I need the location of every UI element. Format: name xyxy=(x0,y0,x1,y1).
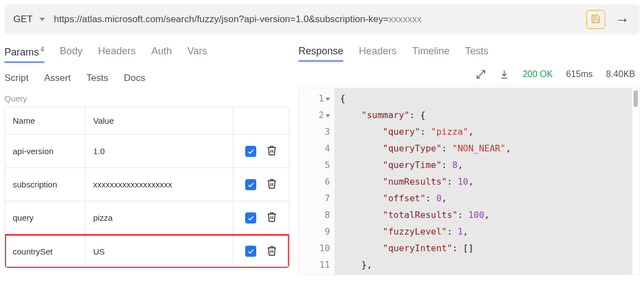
tab-params-label: Params xyxy=(4,47,39,58)
tab-headers[interactable]: Headers xyxy=(98,45,136,62)
subtab-docs[interactable]: Docs xyxy=(124,73,145,84)
response-time: 615ms xyxy=(566,69,592,79)
query-row: api-version1.0 xyxy=(5,135,289,168)
scrollbar-thumb[interactable] xyxy=(633,90,638,107)
tab-body[interactable]: Body xyxy=(60,45,83,62)
delete-button[interactable] xyxy=(266,245,277,258)
subtab-tests[interactable]: Tests xyxy=(87,73,109,84)
method-select[interactable]: GET xyxy=(10,14,48,25)
query-header-actions xyxy=(234,107,289,134)
subtab-assert[interactable]: Assert xyxy=(44,73,70,84)
download-icon[interactable] xyxy=(499,69,509,79)
query-row-actions xyxy=(234,168,289,201)
code-line: "query": "pizza", xyxy=(340,124,627,140)
line-number: 7 xyxy=(301,190,330,207)
query-row: subscriptionxxxxxxxxxxxxxxxxxxx xyxy=(5,168,289,201)
query-param-value[interactable]: US xyxy=(85,235,234,268)
save-button[interactable] xyxy=(586,10,605,29)
code-line: "fuzzyLevel": 1, xyxy=(340,223,627,240)
method-label: GET xyxy=(13,14,33,25)
code-line: { xyxy=(340,90,627,107)
line-number: 11 xyxy=(301,257,330,273)
enable-checkbox[interactable] xyxy=(245,179,256,190)
tab-vars[interactable]: Vars xyxy=(187,45,207,62)
response-tabs: Response Headers Timeline Tests xyxy=(298,39,640,64)
line-number: 8 xyxy=(301,207,330,223)
tab-resp-tests[interactable]: Tests xyxy=(465,45,488,60)
query-row-actions xyxy=(234,135,289,167)
line-number: 6 xyxy=(301,174,330,190)
fold-icon[interactable] xyxy=(326,114,330,118)
query-param-value[interactable]: 1.0 xyxy=(85,135,234,167)
code-line: "offset": 0, xyxy=(340,190,627,207)
fold-icon[interactable] xyxy=(326,98,330,101)
code-line: "queryTime": 8, xyxy=(340,157,627,174)
query-header-name: Name xyxy=(5,107,85,134)
code-view[interactable]: { "summary": { "query": "pizza", "queryT… xyxy=(334,88,632,274)
query-header-value: Value xyxy=(85,107,234,134)
tab-params[interactable]: Params4 xyxy=(4,45,44,62)
line-number[interactable]: 2 xyxy=(301,107,330,124)
query-param-name[interactable]: countrySet xyxy=(5,235,85,268)
query-row: querypizza xyxy=(5,201,289,235)
request-subtabs: Script Assert Tests Docs xyxy=(4,65,290,89)
url-bar: GET https://atlas.microsoft.com/search/f… xyxy=(4,4,640,34)
url-text: https://atlas.microsoft.com/search/fuzzy… xyxy=(54,14,389,24)
response-size: 8.40KB xyxy=(606,69,635,79)
url-input[interactable]: https://atlas.microsoft.com/search/fuzzy… xyxy=(54,14,581,25)
query-header-row: Name Value xyxy=(5,107,289,135)
query-row: countrySetUS xyxy=(5,235,289,268)
code-line: "summary": { xyxy=(340,107,627,124)
chevron-down-icon xyxy=(39,18,45,21)
enable-checkbox[interactable] xyxy=(245,146,256,157)
tab-resp-headers[interactable]: Headers xyxy=(359,45,397,60)
line-number: 3 xyxy=(301,124,330,140)
response-panel: Response Headers Timeline Tests 200 OK 6… xyxy=(294,39,644,300)
code-line: "numResults": 10, xyxy=(340,174,627,190)
response-meta-bar: 200 OK 615ms 8.40KB xyxy=(298,64,640,85)
main: Params4 Body Headers Auth Vars Script As… xyxy=(0,39,644,300)
query-param-name[interactable]: subscription xyxy=(5,168,85,201)
line-number[interactable]: 1 xyxy=(301,90,330,107)
line-gutter: 1234567891011 xyxy=(299,88,334,274)
arrow-right-icon: → xyxy=(615,11,630,28)
response-body: 1234567891011 { "summary": { "query": "p… xyxy=(298,88,640,275)
send-button[interactable]: → xyxy=(611,11,634,28)
delete-button[interactable] xyxy=(266,178,277,191)
query-param-value[interactable]: xxxxxxxxxxxxxxxxxxx xyxy=(85,168,234,201)
code-line: "queryType": "NON_NEAR", xyxy=(340,140,627,157)
line-number: 9 xyxy=(301,223,330,240)
line-number: 4 xyxy=(301,140,330,157)
line-number: 5 xyxy=(301,157,330,174)
code-line: "queryIntent": [] xyxy=(340,240,627,257)
clear-icon[interactable] xyxy=(476,69,486,79)
scrollbar[interactable] xyxy=(632,88,639,274)
line-number: 10 xyxy=(301,240,330,257)
query-param-value[interactable]: pizza xyxy=(85,201,234,234)
url-masked: xxxxxxx xyxy=(389,14,422,24)
tab-timeline[interactable]: Timeline xyxy=(412,45,449,60)
delete-button[interactable] xyxy=(266,211,277,224)
request-panel: Params4 Body Headers Auth Vars Script As… xyxy=(0,39,294,300)
tab-auth[interactable]: Auth xyxy=(151,45,172,62)
tab-response[interactable]: Response xyxy=(298,45,343,60)
code-line: "totalResults": 100, xyxy=(340,207,627,223)
query-row-actions xyxy=(234,201,289,234)
request-tabs: Params4 Body Headers Auth Vars xyxy=(4,39,290,65)
delete-button[interactable] xyxy=(266,145,277,157)
code-line: }, xyxy=(340,257,627,273)
tab-params-count: 4 xyxy=(40,45,44,53)
subtab-script[interactable]: Script xyxy=(4,73,28,84)
query-row-actions xyxy=(234,235,289,268)
query-param-name[interactable]: query xyxy=(5,201,85,234)
status-badge: 200 OK xyxy=(523,69,552,79)
query-section-label: Query xyxy=(4,89,290,106)
query-param-name[interactable]: api-version xyxy=(5,135,85,167)
enable-checkbox[interactable] xyxy=(245,246,256,257)
save-icon xyxy=(591,14,601,26)
enable-checkbox[interactable] xyxy=(245,212,256,223)
query-table: Name Value api-version1.0subscriptionxxx… xyxy=(4,106,290,268)
